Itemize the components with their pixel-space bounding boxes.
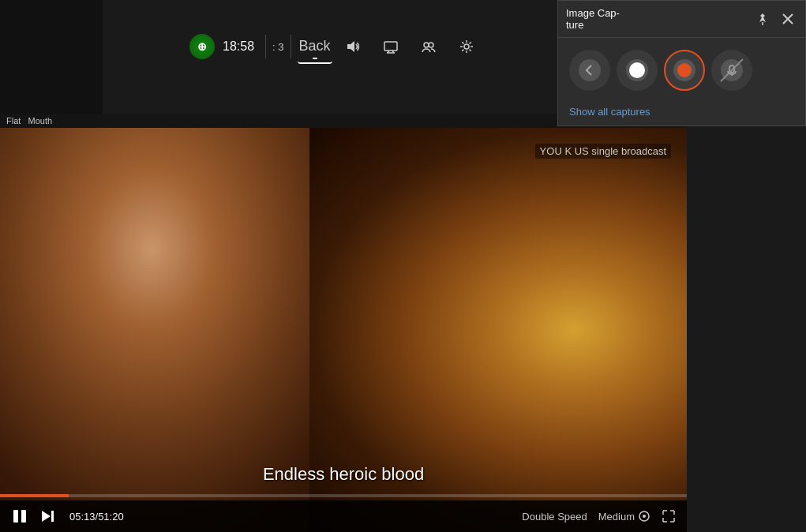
xbox-bar: ⊕ 18:58 : 3 Back xyxy=(183,24,554,69)
record-button[interactable] xyxy=(664,50,705,91)
video-controls-bar: 05:13/51:20 Double Speed Medium xyxy=(0,500,687,532)
active-indicator xyxy=(313,58,317,59)
bar-divider xyxy=(265,35,266,58)
video-background: YOU K US single broadcast Endless heroic… xyxy=(0,128,687,532)
svg-rect-9 xyxy=(21,510,26,523)
close-panel-button[interactable] xyxy=(778,9,797,28)
screen-icon xyxy=(383,39,399,54)
settings-icon xyxy=(459,39,474,54)
pin-button[interactable] xyxy=(753,9,772,28)
svg-rect-8 xyxy=(13,510,18,523)
panel-title: Image Cap- ture xyxy=(566,7,620,31)
xbox-settings-button[interactable] xyxy=(449,29,484,64)
video-container: YOU K US single broadcast Endless heroic… xyxy=(0,128,687,532)
group-icon xyxy=(421,39,437,54)
xbox-logo: ⊕ xyxy=(189,34,215,59)
progress-fill xyxy=(0,494,69,497)
xbox-back-button[interactable]: Back xyxy=(298,29,332,64)
svg-point-7 xyxy=(464,44,469,49)
svg-marker-10 xyxy=(42,511,51,522)
panel-header-icons xyxy=(753,9,797,28)
back-arrow-icon xyxy=(583,64,596,77)
volume-icon xyxy=(345,39,361,54)
screenshot-button[interactable] xyxy=(617,50,658,91)
record-dot xyxy=(677,63,692,77)
progress-bar[interactable] xyxy=(0,494,687,497)
fullscreen-button[interactable] xyxy=(662,509,676,523)
num-badge: : 3 xyxy=(272,41,283,53)
pin-icon xyxy=(755,12,770,26)
bar-divider2 xyxy=(291,35,291,58)
pause-icon xyxy=(11,508,28,525)
xbox-screen-button[interactable] xyxy=(373,29,408,64)
video-subtitle: Endless heroic blood xyxy=(263,464,424,485)
svg-rect-11 xyxy=(51,511,54,522)
back-inner xyxy=(579,59,601,81)
panel-header: Image Cap- ture xyxy=(558,1,805,38)
xbox-group-button[interactable] xyxy=(411,29,446,64)
next-frame-button[interactable] xyxy=(39,508,55,524)
svg-point-13 xyxy=(643,515,646,518)
svg-point-5 xyxy=(424,43,429,47)
close-icon xyxy=(782,13,794,25)
svg-rect-1 xyxy=(384,42,397,51)
next-icon xyxy=(39,508,55,524)
window-title-text: Flat Mouth xyxy=(6,116,52,126)
screenshot-inner xyxy=(626,59,648,81)
xbox-volume-button[interactable] xyxy=(336,29,370,64)
svg-marker-0 xyxy=(347,41,354,52)
mic-mute-button[interactable] xyxy=(711,50,752,91)
screenshot-circle xyxy=(629,62,645,78)
image-capture-panel: Image Cap- ture xyxy=(557,0,806,126)
play-pause-button[interactable] xyxy=(11,508,28,525)
medium-label[interactable]: Medium xyxy=(598,510,650,523)
double-speed-label[interactable]: Double Speed xyxy=(522,511,587,523)
svg-point-6 xyxy=(429,43,433,47)
show-all-captures-link[interactable]: Show all captures xyxy=(558,103,805,126)
fullscreen-icon xyxy=(662,509,676,523)
capture-back-button[interactable] xyxy=(569,50,610,91)
record-inner xyxy=(673,59,695,81)
quality-icon xyxy=(638,510,650,523)
time-display: 05:13/51:20 xyxy=(69,511,124,523)
capture-buttons-row xyxy=(558,38,805,103)
broadcast-badge: YOU K US single broadcast xyxy=(535,144,671,159)
xbox-time: 18:58 xyxy=(223,39,254,54)
